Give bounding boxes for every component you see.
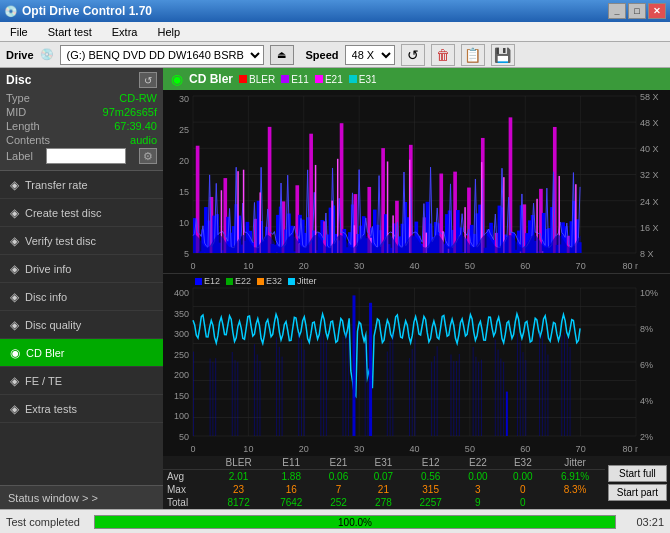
sidebar: Disc ↺ Type CD-RW MID 97m26s65f Length 6… <box>0 68 163 509</box>
label-input[interactable] <box>46 148 126 164</box>
maximize-button[interactable]: □ <box>628 3 646 19</box>
stats-header-bler: BLER <box>211 456 267 470</box>
legend-e21: E21 <box>315 74 343 85</box>
label-key: Label <box>6 150 33 162</box>
drive-bar: Drive 💿 (G:) BENQ DVD DD DW1640 BSRB ⏏ S… <box>0 42 670 68</box>
save-button[interactable]: 💾 <box>491 44 515 66</box>
sidebar-item-extra-tests[interactable]: ◈ Extra tests <box>0 395 163 423</box>
sidebar-item-create-test-disc[interactable]: ◈ Create test disc <box>0 199 163 227</box>
type-key: Type <box>6 92 30 104</box>
transfer-rate-icon: ◈ <box>10 178 19 192</box>
stats-header-e11: E11 <box>267 456 317 470</box>
contents-val: audio <box>130 134 157 146</box>
sidebar-item-disc-info[interactable]: ◈ Disc info <box>0 283 163 311</box>
sidebar-item-fe-te[interactable]: ◈ FE / TE <box>0 367 163 395</box>
sidebar-item-transfer-rate[interactable]: ◈ Transfer rate <box>0 171 163 199</box>
length-val: 67:39.40 <box>114 120 157 132</box>
legend-e31-dot <box>349 75 357 83</box>
bottom-chart-canvas <box>191 274 638 456</box>
sidebar-item-drive-info[interactable]: ◈ Drive info <box>0 255 163 283</box>
legend-e31: E31 <box>349 74 377 85</box>
speed-label: Speed <box>306 49 339 61</box>
app-title: Opti Drive Control 1.70 <box>22 4 152 18</box>
minimize-button[interactable]: _ <box>608 3 626 19</box>
verify-test-disc-icon: ◈ <box>10 234 19 248</box>
fe-te-icon: ◈ <box>10 374 19 388</box>
app-icon: 💿 <box>4 5 18 18</box>
close-button[interactable]: ✕ <box>648 3 666 19</box>
legend-e12: E12 <box>195 276 220 286</box>
sidebar-item-cd-bler[interactable]: ◉ CD Bler <box>0 339 163 367</box>
menu-file[interactable]: File <box>4 24 34 40</box>
stats-row-avg: Avg 2.01 1.88 0.06 0.07 0.56 0.00 0.00 6… <box>163 470 605 484</box>
stats-area: BLER E11 E21 E31 E12 E22 E32 Jitter Avg <box>163 456 670 509</box>
top-chart-y-right: 58 X 48 X 40 X 32 X 24 X 16 X 8 X <box>638 90 670 273</box>
legend-e22-dot <box>226 278 233 285</box>
stats-header-e32: E32 <box>500 456 545 470</box>
start-part-button[interactable]: Start part <box>608 484 667 501</box>
erase-button[interactable]: 🗑 <box>431 44 455 66</box>
disc-quality-icon: ◈ <box>10 318 19 332</box>
create-test-disc-icon: ◈ <box>10 206 19 220</box>
nav-items: ◈ Transfer rate ◈ Create test disc ◈ Ver… <box>0 171 163 485</box>
cd-bler-header-icon: ◉ <box>171 71 183 87</box>
progress-bar: 100.0% <box>94 515 616 529</box>
legend-jitter: Jitter <box>288 276 317 286</box>
bottom-chart-y-labels: 400 350 300 250 200 150 100 50 <box>163 274 191 456</box>
disc-header-label: Disc <box>6 73 31 87</box>
menu-extra[interactable]: Extra <box>106 24 144 40</box>
copy-button[interactable]: 📋 <box>461 44 485 66</box>
top-chart-container: 30 25 20 15 10 5 58 X 48 X 40 X 32 X <box>163 90 670 273</box>
content-area: ◉ CD Bler BLER E11 E21 E31 <box>163 68 670 509</box>
time-text: 03:21 <box>624 516 664 528</box>
disc-refresh-button[interactable]: ↺ <box>139 72 157 88</box>
mid-val: 97m26s65f <box>103 106 157 118</box>
stats-row-total: Total 8172 7642 252 278 2257 9 0 <box>163 496 605 509</box>
status-text: Test completed <box>6 516 86 528</box>
stats-header-jitter: Jitter <box>545 456 605 470</box>
type-val: CD-RW <box>119 92 157 104</box>
status-window-button[interactable]: Status window > > <box>0 485 163 509</box>
legend-e11: E11 <box>281 74 309 85</box>
drive-label: Drive <box>6 49 34 61</box>
sidebar-item-verify-test-disc[interactable]: ◈ Verify test disc <box>0 227 163 255</box>
legend-e22: E22 <box>226 276 251 286</box>
drive-select[interactable]: (G:) BENQ DVD DD DW1640 BSRB <box>60 45 264 65</box>
drive-icon: 💿 <box>40 48 54 61</box>
legend-jitter-dot <box>288 278 295 285</box>
eject-button[interactable]: ⏏ <box>270 45 294 65</box>
title-bar: 💿 Opti Drive Control 1.70 _ □ ✕ <box>0 0 670 22</box>
bottom-chart-canvas-area <box>191 274 638 456</box>
legend-bler: BLER <box>239 74 275 85</box>
menu-start-test[interactable]: Start test <box>42 24 98 40</box>
legend-bler-dot <box>239 75 247 83</box>
refresh-button[interactable]: ↺ <box>401 44 425 66</box>
stats-header-e22: E22 <box>455 456 500 470</box>
speed-select[interactable]: 48 X <box>345 45 395 65</box>
extra-tests-icon: ◈ <box>10 402 19 416</box>
status-bar: Test completed 100.0% 03:21 <box>0 509 670 533</box>
start-full-button[interactable]: Start full <box>608 465 667 482</box>
status-window-label: Status window > > <box>8 492 98 504</box>
label-edit-button[interactable]: ⚙ <box>139 148 157 164</box>
stats-row-max: Max 23 16 7 21 315 3 0 8.3% <box>163 483 605 496</box>
chart-header: ◉ CD Bler BLER E11 E21 E31 <box>163 68 670 90</box>
disc-panel: Disc ↺ Type CD-RW MID 97m26s65f Length 6… <box>0 68 163 171</box>
sidebar-item-disc-quality[interactable]: ◈ Disc quality <box>0 311 163 339</box>
main-layout: Disc ↺ Type CD-RW MID 97m26s65f Length 6… <box>0 68 670 509</box>
disc-info-icon: ◈ <box>10 290 19 304</box>
legend-e32: E32 <box>257 276 282 286</box>
stats-header-e21: E21 <box>316 456 361 470</box>
progress-text: 100.0% <box>338 516 372 530</box>
top-chart-y-labels: 30 25 20 15 10 5 <box>163 90 191 273</box>
drive-info-icon: ◈ <box>10 262 19 276</box>
legend-e21-dot <box>315 75 323 83</box>
start-buttons-area: Start full Start part <box>605 456 670 509</box>
legend-e32-dot <box>257 278 264 285</box>
bottom-chart-container: E12 E22 E32 Jitter <box>163 273 670 456</box>
top-chart-canvas-area <box>191 90 638 273</box>
menu-help[interactable]: Help <box>151 24 186 40</box>
stats-header-e12: E12 <box>406 456 456 470</box>
charts-area: 30 25 20 15 10 5 58 X 48 X 40 X 32 X <box>163 90 670 456</box>
stats-table-container: BLER E11 E21 E31 E12 E22 E32 Jitter Avg <box>163 456 605 509</box>
